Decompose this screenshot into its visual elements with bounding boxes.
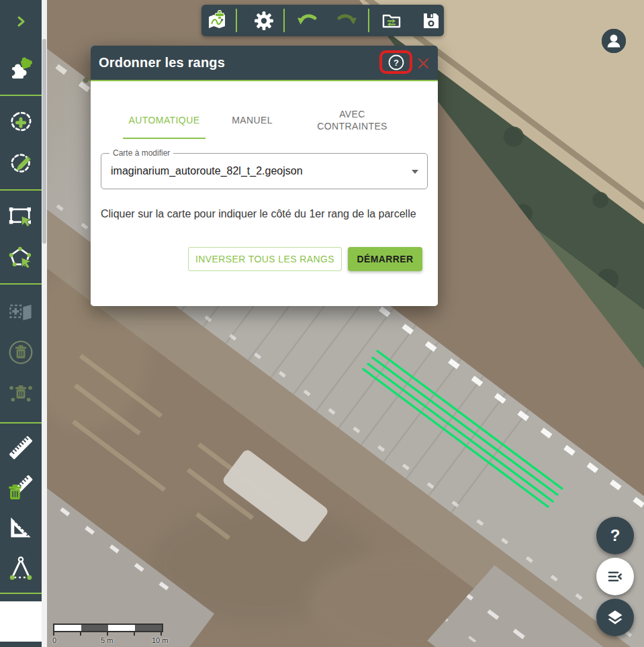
user-avatar[interactable] [602,29,626,53]
compass-measure-button[interactable] [6,554,36,583]
select-polygon-icon [7,245,34,272]
plugins-button[interactable] [6,54,36,84]
map-toolbar [201,5,444,36]
map-to-edit-select[interactable]: Carte à modifier imaginarium_autoroute_8… [101,153,428,189]
tab-manuel[interactable]: MANUEL [208,101,296,139]
file-exchange-folder-icon [380,9,403,32]
add-part-icon [7,299,34,326]
undo-button[interactable] [292,6,322,36]
dialog-helper-text: Cliquer sur la carte pour indiquer le cô… [101,208,416,220]
invert-all-rows-button[interactable]: INVERSER TOUS LES RANGS [188,247,342,271]
delete-measure-icon [6,474,36,503]
measure-ruler-icon [6,433,36,462]
select-polygon-button[interactable] [6,244,36,273]
file-exchange-button[interactable] [377,6,406,36]
help-fab[interactable]: ? [596,517,634,554]
sidebar-scrollbar-thumb[interactable] [42,39,46,244]
set-square-button[interactable] [6,513,36,543]
person-icon [602,29,626,53]
help-circle-icon[interactable]: ? [387,54,405,71]
sidebar-expand-button[interactable] [6,7,36,36]
delete-measure-button[interactable] [6,474,36,503]
select-rectangle-icon [7,203,34,230]
edit-polygon-button[interactable] [6,150,36,179]
puzzle-icon [7,56,34,83]
dialog-tabs: AUTOMATIQUE MANUEL AVEC CONTRAINTES [120,101,408,139]
chevron-down-icon [412,170,418,174]
delete-points-button [6,378,36,407]
measure-ruler-button[interactable] [6,433,36,462]
gear-icon [253,10,275,32]
delete-trash-circle-icon [7,338,35,366]
map-select-value: imaginarium_autoroute_82l_t_2.geojson [111,154,303,189]
undo-icon [295,9,318,32]
dialog-body: AUTOMATIQUE MANUEL AVEC CONTRAINTES Cart… [91,81,438,306]
question-mark-icon: ? [610,526,620,545]
add-part-button [6,297,36,327]
start-button[interactable]: DÉMARRER [348,247,422,271]
sidebar-scrollbar[interactable] [42,0,47,647]
select-rectangle-button[interactable] [6,202,36,232]
dialog-header: Ordonner les rangs ? [91,46,438,80]
redo-button [332,6,362,36]
scale-label-5m: 5 m [101,636,113,644]
new-map-button[interactable] [202,6,232,36]
tutorial-highlight-ring: ? [379,50,412,74]
new-map-plus-icon [205,9,228,32]
redo-icon [336,9,359,32]
layers-fab[interactable] [596,599,634,636]
chevron-right-icon [13,14,28,29]
set-square-icon [6,513,36,543]
scale-label-10m: 10 m [152,636,168,644]
edit-polygon-pencil-icon [8,152,34,177]
map-scale-bar: 0 5 m 10 m [52,621,170,644]
collapse-menu-fab[interactable] [596,558,634,595]
tab-automatique[interactable]: AUTOMATIQUE [120,101,208,139]
compass-measure-icon [6,554,36,583]
tool-sidebar: 123 [0,0,42,647]
delete-points-icon [7,379,35,407]
draw-polygon-add-icon [8,110,34,136]
scale-label-0: 0 [52,636,56,644]
dialog-title: Ordonner les rangs [99,55,225,70]
order-rows-dialog: Ordonner les rangs ? AUTOMATIQUE MANUEL … [91,46,438,306]
svg-text:?: ? [394,58,399,68]
layers-icon [606,608,625,627]
draw-polygon-button[interactable] [6,108,36,138]
save-floppy-icon [420,10,442,32]
menu-open-icon [606,568,624,585]
dialog-close-button[interactable] [417,57,429,69]
close-icon [418,58,429,69]
delete-selection-button [6,338,36,367]
tab-avec-contraintes[interactable]: AVEC CONTRAINTES [296,101,408,139]
save-button[interactable] [416,6,446,36]
settings-button[interactable] [249,6,279,36]
